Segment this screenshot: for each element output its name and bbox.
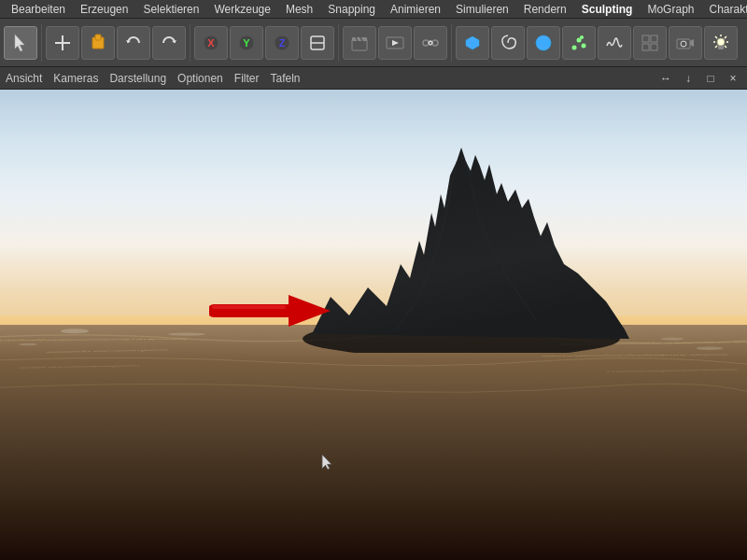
svg-point-51 [697,347,723,350]
svg-rect-33 [651,44,657,50]
svg-rect-38 [718,46,724,49]
menu-werkzeuge[interactable]: Werkzeuge [206,1,277,18]
rotate-ccw-button[interactable] [117,26,150,60]
camera-button[interactable] [669,26,702,60]
svg-rect-31 [651,35,657,42]
sub-filter[interactable]: Filter [234,72,260,85]
sub-darstellung[interactable]: Darstellung [109,72,166,85]
annotation-arrow [209,287,331,334]
sub-toolbar: Ansicht Kameras Darstellung Optionen Fil… [0,67,747,90]
svg-rect-30 [642,35,649,42]
noise-button[interactable] [598,26,631,60]
sphere-button[interactable] [527,26,560,60]
windowed-icon[interactable]: □ [702,70,719,87]
sub-optionen[interactable]: Optionen [177,72,223,85]
svg-marker-35 [690,39,694,47]
menu-bearbeiten[interactable]: Bearbeiten [4,1,73,18]
grid-button[interactable] [633,26,667,60]
svg-marker-54 [289,295,331,327]
main-toolbar: X Y Z [0,19,747,67]
svg-text:Y: Y [243,37,250,49]
z-axis-button[interactable]: Z [265,26,299,60]
svg-point-49 [661,337,684,340]
sub-tafeln[interactable]: Tafeln [270,72,300,85]
menu-sculpting[interactable]: Sculpting [574,1,641,18]
light-button[interactable] [704,26,738,60]
menu-simulieren[interactable]: Simulieren [448,1,516,18]
menu-animieren[interactable]: Animieren [383,1,448,18]
toolbar-separator-2 [190,24,190,62]
cube-button[interactable] [456,26,489,60]
svg-rect-32 [642,44,649,50]
mountain-island [284,91,639,353]
sub-ansicht[interactable]: Ansicht [6,72,42,85]
svg-point-29 [580,35,584,39]
svg-point-50 [19,343,37,346]
menu-charakter[interactable]: Charakter [701,1,747,18]
svg-point-47 [168,332,205,335]
toolbar-separator-1 [41,24,42,62]
object-button[interactable] [81,26,115,60]
select-cursor-button[interactable] [4,26,37,60]
svg-point-28 [582,43,586,48]
motion-button[interactable] [414,26,447,60]
x-axis-button[interactable]: X [194,26,228,60]
ocean-surface [0,325,747,560]
svg-point-37 [717,38,725,46]
film-clapper-button[interactable] [343,26,376,60]
menu-snapping[interactable]: Snapping [320,1,383,18]
toolbar-separator-3 [338,24,339,62]
spiral-button[interactable] [491,26,525,60]
animation-button[interactable] [378,26,412,60]
rotate-cw-button[interactable] [152,26,186,60]
svg-text:Z: Z [279,37,286,49]
add-button[interactable] [46,26,79,60]
sub-kameras[interactable]: Kameras [53,72,98,85]
svg-rect-39 [0,325,747,560]
maximize-icon[interactable]: ↔ [657,70,674,87]
svg-point-19 [432,40,438,46]
menu-rendern[interactable]: Rendern [516,1,574,18]
svg-text:X: X [207,37,215,49]
svg-point-46 [61,329,89,333]
y-axis-button[interactable]: Y [230,26,263,60]
menu-erzeugen[interactable]: Erzeugen [73,1,135,18]
viewport-controls: ↔ ↓ □ × [657,70,741,87]
svg-rect-13 [352,37,367,41]
svg-point-26 [572,45,577,49]
scatter-button[interactable] [562,26,596,60]
3d-viewport[interactable] [0,90,747,560]
menu-bar: Bearbeiten Erzeugen Selektieren Werkzeug… [0,0,747,19]
lock-axis-button[interactable] [301,26,334,60]
close-viewport-icon[interactable]: × [725,70,741,87]
minimize-icon[interactable]: ↓ [680,70,697,87]
menu-mesh[interactable]: Mesh [278,1,320,18]
menu-selektieren[interactable]: Selektieren [135,1,206,18]
menu-mograph[interactable]: MoGraph [640,1,701,18]
mouse-cursor [321,454,334,470]
svg-point-18 [423,40,429,46]
svg-rect-3 [95,35,101,40]
toolbar-separator-4 [451,24,452,62]
